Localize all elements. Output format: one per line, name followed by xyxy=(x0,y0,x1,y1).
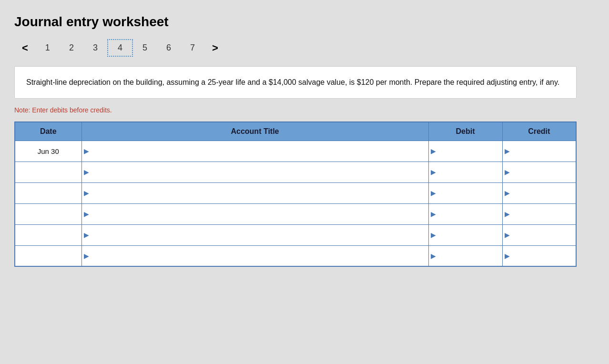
nav-item-2[interactable]: 2 xyxy=(60,40,83,56)
debit-cell-2[interactable]: ▶ xyxy=(428,182,502,203)
header-account: Account Title xyxy=(81,122,428,141)
account-arrow-4: ▶ xyxy=(84,231,89,239)
table-row: ▶▶▶ xyxy=(15,245,576,266)
nav-item-1[interactable]: 1 xyxy=(36,40,60,56)
date-cell-3 xyxy=(15,203,81,224)
debit-input-4[interactable] xyxy=(438,225,500,245)
account-cell-0[interactable]: ▶ xyxy=(81,141,428,162)
credit-arrow-0: ▶ xyxy=(505,147,510,155)
description-text: Straight-line depreciation on the buildi… xyxy=(26,76,565,89)
credit-arrow-4: ▶ xyxy=(505,231,510,239)
journal-table: Date Account Title Debit Credit Jun 30▶▶… xyxy=(14,121,577,267)
account-input-2[interactable] xyxy=(91,183,426,203)
next-arrow[interactable]: > xyxy=(204,42,218,54)
description-box: Straight-line depreciation on the buildi… xyxy=(14,66,577,99)
debit-arrow-1: ▶ xyxy=(431,168,436,176)
date-cell-0: Jun 30 xyxy=(15,141,81,162)
table-row: ▶▶▶ xyxy=(15,224,576,245)
credit-input-4[interactable] xyxy=(512,225,574,245)
account-arrow-5: ▶ xyxy=(84,252,89,260)
credit-cell-1[interactable]: ▶ xyxy=(502,162,576,182)
table-row: Jun 30▶▶▶ xyxy=(15,141,576,162)
account-input-0[interactable] xyxy=(91,141,426,162)
credit-input-1[interactable] xyxy=(512,162,574,182)
credit-input-0[interactable] xyxy=(512,141,574,162)
debit-cell-4[interactable]: ▶ xyxy=(428,224,502,245)
credit-arrow-5: ▶ xyxy=(505,252,510,260)
table-row: ▶▶▶ xyxy=(15,162,576,182)
account-input-3[interactable] xyxy=(91,204,426,224)
account-input-1[interactable] xyxy=(91,162,426,182)
date-cell-2 xyxy=(15,182,81,203)
header-debit: Debit xyxy=(428,122,502,141)
table-header: Date Account Title Debit Credit xyxy=(15,122,576,141)
account-cell-2[interactable]: ▶ xyxy=(81,182,428,203)
credit-input-5[interactable] xyxy=(512,246,574,266)
prev-arrow[interactable]: < xyxy=(14,42,36,54)
table-row: ▶▶▶ xyxy=(15,182,576,203)
nav-numbers: 1234567 xyxy=(36,39,204,57)
account-arrow-3: ▶ xyxy=(84,210,89,218)
account-input-4[interactable] xyxy=(91,225,426,245)
account-arrow-1: ▶ xyxy=(84,168,89,176)
credit-cell-4[interactable]: ▶ xyxy=(502,224,576,245)
note-text: Note: Enter debits before credits. xyxy=(14,106,595,114)
account-cell-5[interactable]: ▶ xyxy=(81,245,428,266)
credit-arrow-1: ▶ xyxy=(505,168,510,176)
account-cell-1[interactable]: ▶ xyxy=(81,162,428,182)
account-arrow-2: ▶ xyxy=(84,189,89,197)
credit-input-2[interactable] xyxy=(512,183,574,203)
header-credit: Credit xyxy=(502,122,576,141)
date-cell-5 xyxy=(15,245,81,266)
debit-arrow-0: ▶ xyxy=(431,147,436,155)
table-body: Jun 30▶▶▶▶▶▶▶▶▶▶▶▶▶▶▶▶▶▶ xyxy=(15,141,576,266)
debit-input-5[interactable] xyxy=(438,246,500,266)
credit-arrow-2: ▶ xyxy=(505,189,510,197)
page-title: Journal entry worksheet xyxy=(14,14,595,30)
credit-arrow-3: ▶ xyxy=(505,210,510,218)
debit-input-0[interactable] xyxy=(438,141,500,162)
debit-arrow-4: ▶ xyxy=(431,231,436,239)
header-date: Date xyxy=(15,122,81,141)
debit-arrow-3: ▶ xyxy=(431,210,436,218)
debit-cell-1[interactable]: ▶ xyxy=(428,162,502,182)
credit-cell-3[interactable]: ▶ xyxy=(502,203,576,224)
nav-item-7[interactable]: 7 xyxy=(181,40,204,56)
account-cell-4[interactable]: ▶ xyxy=(81,224,428,245)
table-row: ▶▶▶ xyxy=(15,203,576,224)
date-cell-1 xyxy=(15,162,81,182)
debit-cell-0[interactable]: ▶ xyxy=(428,141,502,162)
account-cell-3[interactable]: ▶ xyxy=(81,203,428,224)
account-arrow-0: ▶ xyxy=(84,147,89,155)
debit-input-2[interactable] xyxy=(438,183,500,203)
debit-arrow-2: ▶ xyxy=(431,189,436,197)
nav-item-4[interactable]: 4 xyxy=(107,39,133,57)
debit-arrow-5: ▶ xyxy=(431,252,436,260)
debit-cell-5[interactable]: ▶ xyxy=(428,245,502,266)
debit-input-1[interactable] xyxy=(438,162,500,182)
credit-input-3[interactable] xyxy=(512,204,574,224)
nav-item-5[interactable]: 5 xyxy=(133,40,157,56)
debit-input-3[interactable] xyxy=(438,204,500,224)
account-input-5[interactable] xyxy=(91,246,426,266)
nav-item-6[interactable]: 6 xyxy=(157,40,181,56)
navigation: < 1234567> xyxy=(14,39,595,57)
credit-cell-5[interactable]: ▶ xyxy=(502,245,576,266)
nav-item-3[interactable]: 3 xyxy=(83,40,107,56)
credit-cell-0[interactable]: ▶ xyxy=(502,141,576,162)
date-cell-4 xyxy=(15,224,81,245)
credit-cell-2[interactable]: ▶ xyxy=(502,182,576,203)
debit-cell-3[interactable]: ▶ xyxy=(428,203,502,224)
